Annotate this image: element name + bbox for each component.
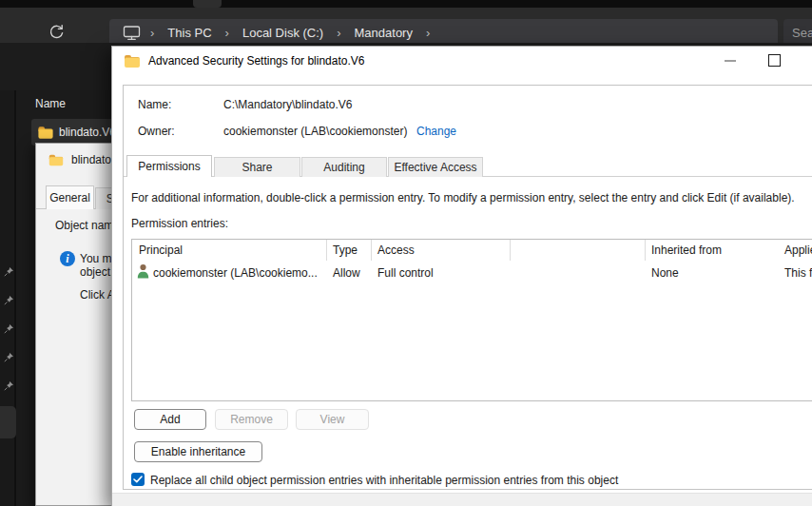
pin-icon[interactable]	[3, 295, 14, 306]
minimize-icon[interactable]	[725, 60, 736, 62]
maximize-icon[interactable]	[768, 54, 781, 67]
owner-label: Owner:	[138, 125, 175, 138]
tab-effective-access[interactable]: Effective Access	[388, 157, 483, 177]
pin-icon[interactable]	[3, 380, 14, 392]
replace-child-permissions-checkbox[interactable]	[131, 473, 145, 486]
column-header-access[interactable]: Access	[377, 243, 415, 257]
column-header-principal[interactable]: Principal	[139, 243, 183, 257]
security-dialog-titlebar: Advanced Security Settings for blindato.…	[125, 54, 364, 68]
explorer-active-tab-fragment[interactable]	[193, 0, 222, 8]
change-owner-link[interactable]: Change	[416, 125, 456, 138]
permission-entries-table: Principal Type Access Inherited from App…	[131, 239, 812, 401]
view-button[interactable]: View	[296, 409, 369, 430]
explorer-nav-rail	[0, 90, 16, 506]
properties-info-text: object.	[80, 265, 113, 279]
column-header-applies-to[interactable]: Applies to	[784, 243, 812, 257]
enable-inheritance-button[interactable]: Enable inheritance	[134, 441, 262, 462]
breadcrumb-mandatory[interactable]: Mandatory	[347, 23, 420, 43]
security-dialog-title: Advanced Security Settings for blindato.…	[148, 54, 364, 68]
info-icon: i	[60, 251, 75, 266]
breadcrumb-chevron: ›	[331, 26, 346, 40]
owner-value: cookiemonster (LAB\cookiemonster)	[223, 125, 407, 138]
file-row-blindato[interactable]: blindato.V6	[31, 119, 112, 146]
column-header-inherited-from[interactable]: Inherited from	[651, 243, 722, 257]
checkmark-icon	[133, 476, 143, 483]
tab-permissions[interactable]: Permissions	[126, 155, 212, 177]
user-icon	[137, 263, 149, 279]
column-divider[interactable]	[645, 240, 646, 261]
folder-icon	[38, 126, 52, 138]
screen: › This PC › Local Disk (C:) › Mandatory …	[0, 0, 812, 506]
tab-general[interactable]: General	[46, 185, 94, 209]
advanced-security-dialog: Advanced Security Settings for blindato.…	[111, 46, 812, 506]
name-label: Name:	[138, 98, 171, 111]
object-name-label: Object name	[55, 219, 120, 232]
column-header-name[interactable]: Name	[35, 97, 66, 110]
security-dialog-panel: Name: C:\Mandatory\blindato.V6 Owner: co…	[123, 85, 812, 490]
remove-button[interactable]: Remove	[215, 409, 288, 430]
column-divider[interactable]	[326, 240, 327, 261]
folder-icon	[125, 55, 140, 68]
breadcrumb-local-disk-c[interactable]: Local Disk (C:)	[235, 23, 331, 43]
cell-access: Full control	[377, 266, 434, 280]
breadcrumb-chevron: ›	[220, 26, 235, 40]
pin-icon[interactable]	[3, 352, 14, 363]
instruction-text: For additional information, double-click…	[131, 191, 795, 204]
this-pc-icon	[123, 25, 141, 41]
pin-icon[interactable]	[3, 323, 14, 335]
cell-applies-to: This folder, subfolders and files	[784, 266, 812, 280]
tab-auditing[interactable]: Auditing	[301, 157, 387, 177]
refresh-icon[interactable]	[46, 21, 67, 42]
add-button[interactable]: Add	[134, 409, 206, 430]
nav-rail-selected-item[interactable]	[0, 406, 16, 438]
cell-type: Allow	[333, 266, 360, 280]
name-value: C:\Mandatory\blindato.V6	[223, 98, 352, 111]
security-dialog-footer	[112, 493, 812, 506]
breadcrumb-this-pc[interactable]: This PC	[160, 23, 219, 43]
column-divider[interactable]	[510, 240, 511, 261]
explorer-toolbar: › This PC › Local Disk (C:) › Mandatory …	[0, 8, 812, 43]
pin-icon[interactable]	[3, 266, 14, 278]
permission-entries-label: Permission entries:	[131, 217, 228, 230]
breadcrumb-chevron: ›	[420, 26, 435, 40]
file-name-label: blindato.V6	[59, 126, 112, 139]
breadcrumb-chevron: ›	[145, 26, 160, 40]
cell-inherited-from: None	[651, 266, 679, 280]
column-divider[interactable]	[371, 240, 372, 261]
column-header-type[interactable]: Type	[333, 243, 358, 257]
tab-share[interactable]: Share	[214, 157, 300, 177]
cell-principal: cookiemonster (LAB\cookiemo...	[153, 266, 318, 280]
explorer-tab-strip	[0, 0, 812, 8]
folder-icon	[49, 154, 63, 165]
replace-child-permissions-label: Replace all child object permission entr…	[150, 474, 618, 487]
